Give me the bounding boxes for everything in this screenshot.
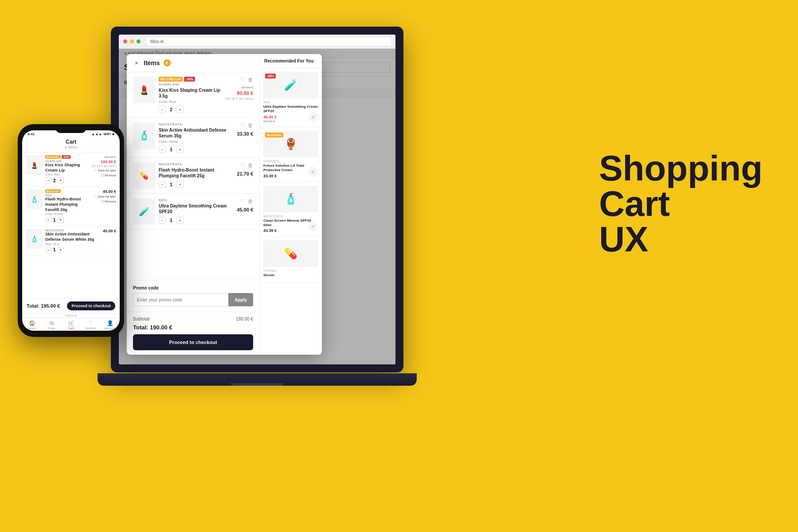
heading-line-2: Cart: [599, 186, 763, 222]
phone-cart-subtitle: 4 items: [25, 145, 117, 149]
phone-cart-item-2: 🧴 NEOSTRATA Skin Active Antioxidant Defe…: [22, 226, 120, 256]
phone-item-image-0: 💄: [26, 155, 43, 175]
page-heading: Shopping Cart UX: [599, 151, 763, 257]
item-color-1: Color: White: [159, 140, 233, 144]
item-quantity-controls-3: − 1 +: [159, 217, 233, 224]
rec-bestseller-badge-1: Bestseller: [265, 133, 283, 137]
price-normal-2: 21.70 €: [237, 171, 253, 176]
phone-price-new-0: 100.00 €: [101, 160, 116, 164]
cart-items-list: 💄 Bestseller -10% GUERLAIN Kiss Kiss Sha…: [127, 72, 259, 280]
cart-item-image-1: 🧴: [133, 122, 155, 149]
wishlist-icon-3[interactable]: ♡: [240, 198, 245, 204]
cart-item-details-3: REN Ultra Daytime Smoothing Cream SPF20 …: [159, 198, 233, 225]
qty-decrease-3[interactable]: −: [159, 217, 166, 224]
browser-close-dot[interactable]: [123, 39, 127, 43]
laptop-base: [98, 373, 417, 386]
item-quantity-controls-2: − 1 +: [159, 181, 233, 188]
browser-max-dot[interactable]: [137, 39, 141, 43]
delete-icon-2[interactable]: 🗑: [248, 162, 253, 168]
rec-brand-1: SHISEIDO: [263, 160, 318, 163]
wishlist-icon-2[interactable]: ♡: [240, 162, 245, 168]
phone-item-color-1: Color: Brown: [45, 212, 91, 215]
phone-qty-inc-0[interactable]: +: [58, 177, 64, 184]
recommended-panel: Recommended For You 🧪 -30% REN Ultra Day…: [260, 54, 322, 355]
phone-qty-dec-2[interactable]: −: [45, 247, 51, 253]
phone-cart-header: Cart 4 items: [22, 136, 120, 153]
delete-icon-3[interactable]: 🗑: [248, 198, 253, 204]
phone-nav-cart[interactable]: 🛒 Cart: [61, 320, 81, 330]
promo-row: Apply: [133, 293, 253, 306]
item-name-1: Skin Active Antioxidant Defense Serum 35…: [159, 127, 233, 139]
shop-label: Shop: [48, 327, 55, 330]
phone-qty-inc-2[interactable]: +: [58, 247, 64, 253]
apply-promo-button[interactable]: Apply: [228, 293, 253, 306]
phone-item-name-2: Skin Active Antioxidant Defense Serum Wh…: [45, 232, 100, 242]
phone-item-image-1: 🧴: [26, 189, 43, 209]
phone-qty-inc-1[interactable]: +: [58, 217, 64, 223]
recommended-header: Recommended For You: [260, 54, 322, 68]
cart-item: 💊 NEOSTRATA Flash Hydro-Boost Instant Pl…: [127, 158, 259, 194]
phone-price-per-0: (50.00 € per item): [92, 164, 116, 168]
subtotal-row: Subtotal: 190.00 €: [133, 317, 253, 321]
checkout-button[interactable]: Proceed to checkout: [133, 334, 253, 350]
phone-nav-home[interactable]: 🏠 Home: [22, 320, 42, 330]
rec-add-to-cart-1[interactable]: 🛒: [309, 168, 317, 176]
cart-modal: × Items 6 💄: [127, 54, 322, 355]
cart-item-details-0: Bestseller -10% GUERLAIN Kiss Kiss Shapi…: [159, 77, 222, 113]
phone-item-color-2: Size: 35 g: [45, 243, 100, 246]
item-color-0: Color: Red: [159, 100, 222, 104]
phone-qty-dec-0[interactable]: −: [45, 177, 51, 184]
phone-qty-val-1: 1: [53, 218, 56, 223]
home-label: Home: [28, 327, 36, 330]
laptop-bezel: bliss.ie n and shipping! Find out more a…: [111, 27, 403, 372]
phone-checkout-button[interactable]: Proceed to checkout: [67, 301, 115, 310]
phone-price-1: 45.00 €: [103, 189, 116, 194]
cart-item-image-2: 💊: [133, 162, 155, 189]
item-badges-0: Bestseller -10%: [159, 77, 222, 82]
cart-item: 💄 Bestseller -10% GUERLAIN Kiss Kiss Sha…: [127, 72, 259, 118]
qty-value-0: 2: [168, 107, 174, 112]
phone-brand-2: NEOSTRATA: [45, 229, 100, 232]
cart-close-button[interactable]: ×: [133, 59, 140, 66]
phone-nav-shop[interactable]: 🛍 Shop: [42, 320, 61, 330]
delete-icon-0[interactable]: 🗑: [248, 77, 253, 83]
laptop-screen: bliss.ie n and shipping! Find out more a…: [119, 35, 395, 364]
wishlist-icon-1[interactable]: ♡: [240, 122, 245, 129]
qty-increase-2[interactable]: +: [176, 181, 184, 188]
browser-url-bar[interactable]: bliss.ie: [147, 38, 391, 46]
phone-remove-0[interactable]: ☐ Remove: [101, 174, 116, 177]
qty-increase-3[interactable]: +: [176, 217, 184, 224]
rec-item-2: 🧴 NEOSTRATA Clean Screen Mineral SPF30 6…: [260, 182, 322, 237]
phone-item-image-2: 🧴: [26, 229, 43, 249]
phone-url-bar: a bliss.ie: [22, 313, 120, 318]
rec-item-image-0: 🧪 -30%: [263, 72, 318, 98]
phone-save-1[interactable]: ♡ Save for later: [94, 195, 116, 199]
phone-save-0[interactable]: ♡ Save for later: [94, 169, 116, 172]
promo-code-input[interactable]: [133, 293, 228, 306]
qty-decrease-1[interactable]: −: [159, 146, 166, 153]
qty-increase-0[interactable]: +: [176, 106, 184, 113]
qty-decrease-2[interactable]: −: [159, 181, 166, 188]
qty-increase-1[interactable]: +: [176, 146, 184, 153]
delete-icon-1[interactable]: 🗑: [248, 122, 253, 129]
home-icon: 🏠: [29, 320, 35, 326]
phone-total-bar: Total: 195.00 € Proceed to checkout: [22, 298, 120, 313]
rec-add-to-cart-0[interactable]: 🛒: [309, 113, 317, 121]
phone-nav-wishlist[interactable]: ♡ Wishlist: [81, 320, 100, 330]
wishlist-icon-0[interactable]: ♡: [240, 77, 245, 83]
phone-item-details-2: NEOSTRATA Skin Active Antioxidant Defens…: [45, 229, 100, 253]
rec-brand-2: NEOSTRATA: [263, 215, 318, 218]
phone-cart-item-0: 💄 Bestseller -20% GUERLAIN Kiss Kiss Sha…: [22, 153, 120, 187]
phone-device: 9:41 ▲▲▲ WiFi ■ Cart 4 items 💄: [18, 124, 124, 337]
subtotal-value: 190.00 €: [236, 317, 253, 321]
rec-brand-0: REN: [263, 101, 318, 104]
cart-item-details-2: NEOSTRATA Flash Hydro-Boost Instant Plum…: [159, 162, 233, 189]
browser-min-dot[interactable]: [130, 39, 134, 43]
cart-title: Items: [144, 59, 160, 66]
phone-remove-1[interactable]: ☐ Remove: [101, 200, 116, 203]
laptop-device: bliss.ie n and shipping! Find out more a…: [111, 27, 412, 426]
phone-qty-dec-1[interactable]: −: [45, 217, 51, 223]
phone-nav-account[interactable]: 👤 Account: [100, 320, 120, 330]
website-background: n and shipping! Find out more about deli…: [119, 49, 395, 364]
qty-decrease-0[interactable]: −: [159, 106, 166, 113]
